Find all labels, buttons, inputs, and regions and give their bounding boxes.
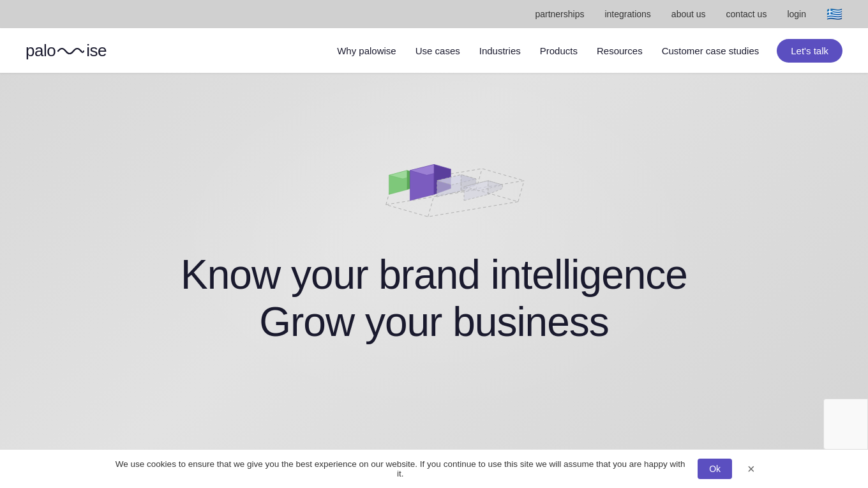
nav-resources[interactable]: Resources (589, 42, 650, 60)
nav-products[interactable]: Products (532, 42, 585, 60)
svg-line-3 (518, 181, 524, 202)
nav-use-cases[interactable]: Use cases (408, 42, 468, 60)
nav-customer-case-studies[interactable]: Customer case studies (654, 42, 767, 60)
cookie-banner: We use cookies to ensure that we give yo… (0, 449, 868, 488)
hero-text: Know your brand intelligence Grow your b… (168, 252, 700, 346)
hero-line2: Grow your business (259, 299, 609, 345)
cookie-close-button[interactable]: × (747, 462, 755, 477)
topbar-integrations[interactable]: integrations (604, 9, 650, 19)
main-nav: palo ise Why palowise Use cases Industri… (0, 28, 868, 73)
topbar-contact-us[interactable]: contact us (726, 9, 767, 19)
top-bar: partnerships integrations about us conta… (0, 0, 868, 28)
nav-why-palowise[interactable]: Why palowise (329, 42, 404, 60)
recaptcha-widget (823, 399, 868, 450)
topbar-partnerships[interactable]: partnerships (535, 9, 584, 19)
svg-line-4 (428, 195, 434, 217)
topbar-about-us[interactable]: about us (671, 9, 706, 19)
topbar-login[interactable]: login (787, 9, 806, 19)
chart-3d-svg (332, 111, 536, 226)
nav-industries[interactable]: Industries (472, 42, 528, 60)
logo-wave-icon (57, 45, 85, 57)
logo-text-end: ise (86, 41, 107, 61)
logo[interactable]: palo ise (26, 41, 107, 61)
svg-marker-0 (386, 190, 518, 217)
cookie-ok-button[interactable]: Ok (698, 459, 732, 479)
nav-links: Why palowise Use cases Industries Produc… (329, 39, 842, 63)
hero-headline: Know your brand intelligence Grow your b… (181, 252, 687, 346)
logo-text-start: palo (26, 41, 56, 61)
hero-chart-illustration (332, 111, 536, 226)
hero-line1: Know your brand intelligence (181, 252, 687, 298)
cookie-message: We use cookies to ensure that we give yo… (113, 459, 687, 478)
svg-marker-17 (488, 181, 503, 195)
flag-icon[interactable]: 🇬🇷 (827, 6, 842, 22)
lets-talk-button[interactable]: Let's talk (777, 39, 842, 63)
hero-section: Know your brand intelligence Grow your b… (0, 73, 868, 488)
